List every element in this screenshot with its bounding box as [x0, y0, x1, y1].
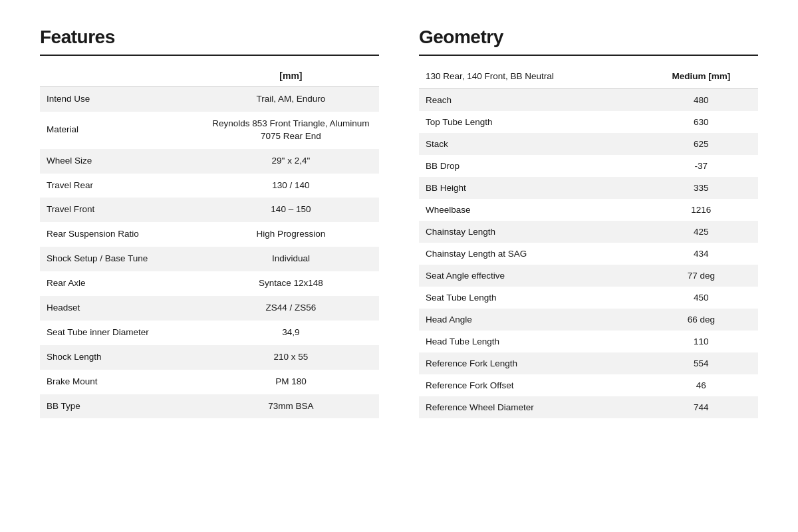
- geometry-row: Reach480: [419, 88, 758, 111]
- features-title: Features: [40, 27, 379, 48]
- features-row: BB Type73mm BSA: [40, 394, 379, 419]
- features-header-unit: [mm]: [203, 66, 379, 87]
- features-row-value: 210 x 55: [203, 345, 379, 370]
- geometry-row-label: Reference Fork Offset: [419, 374, 644, 396]
- features-row: Travel Front140 – 150: [40, 198, 379, 222]
- features-row: MaterialReynolds 853 Front Triangle, Alu…: [40, 112, 379, 149]
- geometry-row-value: 66 deg: [644, 309, 758, 331]
- features-row-value: ZS44 / ZS56: [203, 296, 379, 321]
- features-row-value: Individual: [203, 247, 379, 271]
- features-row-value: 140 – 150: [203, 198, 379, 222]
- features-header-row: [mm]: [40, 66, 379, 87]
- geometry-row-value: 554: [644, 352, 758, 374]
- features-row-label: Brake Mount: [40, 370, 203, 394]
- geometry-table: 130 Rear, 140 Front, BB Neutral Medium […: [419, 66, 758, 418]
- geometry-tbody: Reach480Top Tube Length630Stack625BB Dro…: [419, 88, 758, 418]
- features-row: Wheel Size29" x 2,4": [40, 149, 379, 174]
- geometry-row-label: BB Drop: [419, 155, 644, 177]
- geometry-row-value: 630: [644, 111, 758, 133]
- geometry-row: Chainstay Length425: [419, 221, 758, 243]
- geometry-row: Seat Angle effective77 deg: [419, 265, 758, 287]
- features-row: Rear Suspension RatioHigh Progression: [40, 222, 379, 247]
- features-row-label: Material: [40, 112, 203, 149]
- features-row: Seat Tube inner Diameter34,9: [40, 321, 379, 345]
- features-header-empty: [40, 66, 203, 87]
- geometry-row-label: Reach: [419, 88, 644, 111]
- geometry-title: Geometry: [419, 27, 758, 48]
- geometry-header-col1: 130 Rear, 140 Front, BB Neutral: [419, 66, 644, 88]
- features-tbody: Intend UseTrail, AM, EnduroMaterialReyno…: [40, 87, 379, 418]
- geometry-row: Stack625: [419, 133, 758, 155]
- geometry-row: BB Drop-37: [419, 155, 758, 177]
- geometry-row: BB Height335: [419, 177, 758, 199]
- features-row: Shock Setup / Base TuneIndividual: [40, 247, 379, 271]
- geometry-row: Reference Fork Offset46: [419, 374, 758, 396]
- features-row: Intend UseTrail, AM, Enduro: [40, 87, 379, 112]
- features-row-label: Rear Axle: [40, 271, 203, 296]
- geometry-row-label: Wheelbase: [419, 199, 644, 221]
- features-row-value: 73mm BSA: [203, 394, 379, 419]
- features-section: Features [mm] Intend UseTrail, AM, Endur…: [40, 27, 379, 418]
- geometry-row-label: Seat Tube Length: [419, 287, 644, 309]
- features-row: Rear AxleSyntace 12x148: [40, 271, 379, 296]
- features-row-value: Syntace 12x148: [203, 271, 379, 296]
- features-row: Travel Rear130 / 140: [40, 174, 379, 198]
- geometry-row-label: BB Height: [419, 177, 644, 199]
- features-row-label: Shock Length: [40, 345, 203, 370]
- geometry-header-col2: Medium [mm]: [644, 66, 758, 88]
- geometry-row: Reference Fork Length554: [419, 352, 758, 374]
- features-row: Brake MountPM 180: [40, 370, 379, 394]
- features-row-value: Reynolds 853 Front Triangle, Aluminum 70…: [203, 112, 379, 149]
- geometry-row-value: 625: [644, 133, 758, 155]
- features-row: Shock Length210 x 55: [40, 345, 379, 370]
- geometry-divider: [419, 55, 758, 56]
- features-row-label: Seat Tube inner Diameter: [40, 321, 203, 345]
- geometry-row-value: 480: [644, 88, 758, 111]
- geometry-row: Reference Wheel Diameter744: [419, 396, 758, 418]
- features-row-label: Travel Rear: [40, 174, 203, 198]
- geometry-header-row: 130 Rear, 140 Front, BB Neutral Medium […: [419, 66, 758, 88]
- geometry-row-value: -37: [644, 155, 758, 177]
- features-row-label: Intend Use: [40, 87, 203, 112]
- geometry-row-label: Reference Fork Length: [419, 352, 644, 374]
- geometry-row: Wheelbase1216: [419, 199, 758, 221]
- features-row-label: BB Type: [40, 394, 203, 419]
- features-divider: [40, 55, 379, 56]
- features-row-label: Travel Front: [40, 198, 203, 222]
- geometry-row-value: 335: [644, 177, 758, 199]
- features-row-label: Rear Suspension Ratio: [40, 222, 203, 247]
- features-row-value: PM 180: [203, 370, 379, 394]
- features-row-label: Shock Setup / Base Tune: [40, 247, 203, 271]
- geometry-row-label: Head Angle: [419, 309, 644, 331]
- features-row-value: 34,9: [203, 321, 379, 345]
- geometry-row-value: 425: [644, 221, 758, 243]
- features-row-value: 29" x 2,4": [203, 149, 379, 174]
- geometry-row-value: 46: [644, 374, 758, 396]
- features-row-label: Headset: [40, 296, 203, 321]
- geometry-row-value: 77 deg: [644, 265, 758, 287]
- geometry-row: Head Tube Length110: [419, 331, 758, 352]
- features-row-label: Wheel Size: [40, 149, 203, 174]
- geometry-row-label: Chainstay Length: [419, 221, 644, 243]
- features-row: HeadsetZS44 / ZS56: [40, 296, 379, 321]
- geometry-row: Chainstay Length at SAG434: [419, 243, 758, 265]
- geometry-row-label: Reference Wheel Diameter: [419, 396, 644, 418]
- geometry-row-label: Chainstay Length at SAG: [419, 243, 644, 265]
- geometry-row-label: Top Tube Length: [419, 111, 644, 133]
- geometry-row-value: 450: [644, 287, 758, 309]
- geometry-row-label: Seat Angle effective: [419, 265, 644, 287]
- geometry-row-value: 434: [644, 243, 758, 265]
- features-table: [mm] Intend UseTrail, AM, EnduroMaterial…: [40, 66, 379, 418]
- geometry-section: Geometry 130 Rear, 140 Front, BB Neutral…: [419, 27, 758, 418]
- main-layout: Features [mm] Intend UseTrail, AM, Endur…: [40, 27, 758, 418]
- geometry-row-value: 1216: [644, 199, 758, 221]
- geometry-row-value: 744: [644, 396, 758, 418]
- geometry-row-label: Head Tube Length: [419, 331, 644, 352]
- geometry-row: Top Tube Length630: [419, 111, 758, 133]
- features-row-value: Trail, AM, Enduro: [203, 87, 379, 112]
- features-row-value: High Progression: [203, 222, 379, 247]
- geometry-row-value: 110: [644, 331, 758, 352]
- features-row-value: 130 / 140: [203, 174, 379, 198]
- geometry-row-label: Stack: [419, 133, 644, 155]
- geometry-row: Head Angle66 deg: [419, 309, 758, 331]
